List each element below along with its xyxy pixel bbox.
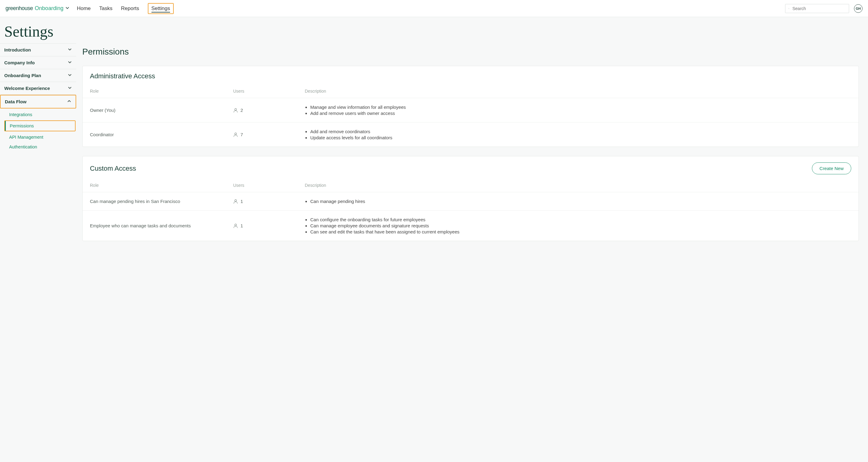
top-bar: greenhouse Onboarding Home Tasks Reports…: [0, 0, 868, 17]
custom-table-header: Role Users Description: [83, 177, 859, 192]
custom-row-sf[interactable]: Can manage pending hires in San Francisc…: [83, 192, 859, 210]
col-header-users: Users: [233, 89, 305, 94]
desc-item: Can configure the onboarding tasks for f…: [310, 217, 851, 222]
sidebar-subitems: Integrations Permissions API Management …: [0, 109, 76, 153]
user-icon: [233, 199, 238, 204]
user-icon: [233, 108, 238, 113]
sidebar-item-label: Welcome Experience: [4, 86, 50, 91]
desc-item: Add and remove users with owner access: [310, 111, 851, 116]
role-description: Manage and view information for all empl…: [305, 103, 851, 117]
user-icon: [233, 132, 238, 137]
admin-table-header: Role Users Description: [83, 83, 859, 98]
custom-access-panel: Custom Access Create New Role Users Desc…: [82, 156, 859, 241]
role-description: Can configure the onboarding tasks for f…: [305, 216, 851, 235]
role-description: Can manage pending hires: [305, 198, 851, 205]
user-count: 1: [241, 223, 243, 228]
admin-panel-title: Administrative Access: [90, 72, 155, 80]
svg-point-2: [235, 109, 237, 110]
svg-point-5: [235, 224, 237, 226]
app-logo[interactable]: greenhouse Onboarding: [5, 5, 69, 11]
settings-sidebar: Introduction Company Info Onboarding Pla…: [0, 43, 76, 263]
nav-home[interactable]: Home: [77, 5, 91, 11]
role-name: Owner (You): [90, 107, 233, 113]
custom-panel-title: Custom Access: [90, 164, 136, 173]
admin-access-panel: Administrative Access Role Users Descrip…: [82, 66, 859, 147]
col-header-role: Role: [90, 183, 233, 188]
role-name: Coordinator: [90, 132, 233, 137]
nav-reports[interactable]: Reports: [121, 5, 139, 11]
desc-item: Update access levels for all coordinator…: [310, 135, 851, 140]
logo-main: greenhouse: [5, 5, 33, 11]
custom-row-tasks-docs[interactable]: Employee who can manage tasks and docume…: [83, 210, 859, 241]
sidebar-item-label: Data Flow: [5, 99, 27, 104]
desc-item: Can see and edit the tasks that have bee…: [310, 229, 851, 234]
user-count: 7: [241, 132, 243, 137]
role-description: Add and remove coordinators Update acces…: [305, 128, 851, 141]
col-header-role: Role: [90, 89, 233, 94]
nav-settings[interactable]: Settings: [152, 5, 170, 12]
sidebar-item-welcome-experience[interactable]: Welcome Experience: [0, 82, 76, 95]
admin-row-coordinator[interactable]: Coordinator 7 Add and remove coordinator…: [83, 122, 859, 147]
main-content: Permissions Administrative Access Role U…: [76, 43, 868, 263]
user-icon: [233, 223, 238, 228]
role-name: Can manage pending hires in San Francisc…: [90, 199, 233, 204]
user-avatar[interactable]: GH: [854, 4, 863, 13]
nav-tasks[interactable]: Tasks: [99, 5, 113, 11]
search-box[interactable]: [785, 4, 849, 13]
sidebar-item-label: Onboarding Plan: [4, 73, 41, 78]
chevron-down-icon: [68, 47, 72, 53]
search-input[interactable]: [793, 6, 846, 11]
sidebar-sub-api-management[interactable]: API Management: [0, 132, 76, 142]
sidebar-item-data-flow[interactable]: Data Flow: [0, 95, 76, 109]
user-count: 1: [241, 199, 243, 204]
chevron-down-icon: [68, 86, 72, 91]
search-icon: [788, 6, 789, 11]
sidebar-item-label: Company Info: [4, 60, 35, 65]
desc-item: Can manage employee documents and signat…: [310, 223, 851, 228]
permissions-title: Permissions: [82, 47, 859, 57]
logo-sub: Onboarding: [35, 5, 63, 11]
logo-caret-icon[interactable]: [65, 5, 69, 11]
create-new-button[interactable]: Create New: [812, 162, 851, 174]
col-header-desc: Description: [305, 183, 851, 188]
sidebar-sub-permissions[interactable]: Permissions: [5, 121, 75, 131]
sidebar-sub-authentication[interactable]: Authentication: [0, 142, 76, 152]
chevron-up-icon: [67, 99, 71, 104]
nav-settings-highlight: Settings: [148, 3, 174, 14]
admin-row-owner[interactable]: Owner (You) 2 Manage and view informatio…: [83, 98, 859, 122]
col-header-desc: Description: [305, 89, 851, 94]
svg-line-1: [789, 8, 789, 9]
main-nav: Home Tasks Reports Settings: [77, 3, 174, 14]
desc-item: Can manage pending hires: [310, 199, 851, 204]
chevron-down-icon: [68, 60, 72, 65]
sidebar-item-company-info[interactable]: Company Info: [0, 56, 76, 69]
svg-point-0: [788, 8, 789, 8]
svg-point-4: [235, 199, 237, 202]
user-count: 2: [241, 107, 243, 113]
page-title: Settings: [0, 17, 868, 43]
desc-item: Add and remove coordinators: [310, 129, 851, 134]
sidebar-sub-permissions-highlight: Permissions: [4, 120, 75, 131]
svg-point-3: [235, 133, 237, 135]
desc-item: Manage and view information for all empl…: [310, 104, 851, 110]
col-header-users: Users: [233, 183, 305, 188]
sidebar-item-introduction[interactable]: Introduction: [0, 43, 76, 56]
role-name: Employee who can manage tasks and docume…: [90, 223, 233, 228]
sidebar-item-label: Introduction: [4, 47, 31, 53]
sidebar-sub-integrations[interactable]: Integrations: [0, 110, 76, 120]
chevron-down-icon: [68, 73, 72, 78]
sidebar-item-onboarding-plan[interactable]: Onboarding Plan: [0, 69, 76, 82]
